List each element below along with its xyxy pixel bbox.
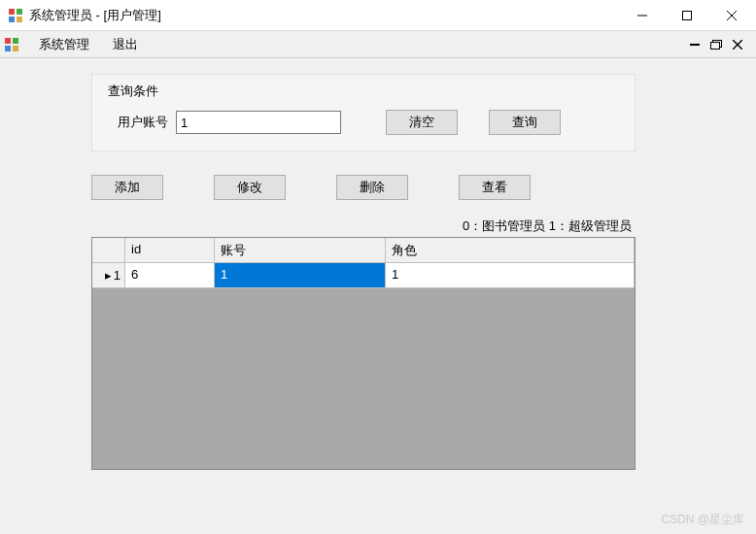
delete-button[interactable]: 删除 [336, 175, 408, 200]
row-header[interactable]: ▸ 1 [92, 263, 125, 288]
svg-rect-11 [13, 46, 18, 51]
mdi-close-icon[interactable] [729, 36, 746, 53]
svg-rect-3 [17, 17, 22, 22]
watermark: CSDN @星尘库 [661, 512, 744, 528]
title-bar: 系统管理员 - [用户管理] [0, 0, 756, 31]
search-label: 用户账号 [118, 114, 168, 131]
svg-rect-2 [9, 17, 15, 22]
role-legend: 0：图书管理员 1：超级管理员 [91, 217, 636, 235]
data-grid[interactable]: id 账号 角色 ▸ 1 6 1 1 [91, 237, 636, 470]
client-area: 查询条件 用户账号 清空 查询 添加 修改 删除 查看 0：图书管理员 1：超级… [0, 58, 756, 534]
svg-rect-8 [5, 38, 11, 44]
edit-button[interactable]: 修改 [214, 175, 286, 200]
grid-header: id 账号 角色 [92, 238, 635, 263]
account-input[interactable] [176, 111, 341, 134]
svg-rect-14 [711, 42, 720, 49]
mdi-controls [686, 36, 752, 53]
svg-rect-1 [17, 9, 22, 15]
menu-bar: 系统管理 退出 [0, 31, 756, 58]
window-controls [620, 1, 754, 30]
cell-id[interactable]: 6 [125, 263, 215, 288]
mdi-minimize-icon[interactable] [686, 36, 704, 53]
cell-account[interactable]: 1 [215, 263, 386, 288]
column-account[interactable]: 账号 [215, 238, 386, 263]
query-button[interactable]: 查询 [489, 110, 561, 135]
maximize-button[interactable] [665, 1, 709, 30]
mdi-restore-icon[interactable] [707, 36, 725, 53]
svg-rect-12 [690, 44, 700, 46]
row-number: 1 [114, 268, 120, 283]
search-legend: 查询条件 [108, 83, 619, 100]
svg-rect-0 [9, 9, 15, 15]
menu-icon [4, 37, 19, 52]
add-button[interactable]: 添加 [91, 175, 163, 200]
clear-button[interactable]: 清空 [386, 110, 458, 135]
column-id[interactable]: id [125, 238, 215, 263]
search-group: 查询条件 用户账号 清空 查询 [91, 74, 636, 151]
cell-role[interactable]: 1 [386, 263, 635, 288]
row-indicator-icon: ▸ [105, 268, 112, 283]
minimize-button[interactable] [620, 1, 665, 30]
app-icon [8, 8, 23, 23]
menu-system-manage[interactable]: 系统管理 [27, 32, 101, 57]
window-title: 系统管理员 - [用户管理] [29, 7, 620, 24]
svg-rect-9 [13, 38, 18, 44]
action-row: 添加 修改 删除 查看 [91, 175, 744, 200]
close-button[interactable] [709, 1, 754, 30]
grid-corner [92, 238, 125, 263]
menu-exit[interactable]: 退出 [101, 32, 150, 57]
svg-rect-5 [683, 11, 692, 19]
table-row[interactable]: ▸ 1 6 1 1 [92, 263, 635, 288]
svg-rect-10 [5, 46, 11, 51]
column-role[interactable]: 角色 [386, 238, 635, 263]
search-row: 用户账号 清空 查询 [108, 110, 619, 135]
view-button[interactable]: 查看 [459, 175, 531, 200]
